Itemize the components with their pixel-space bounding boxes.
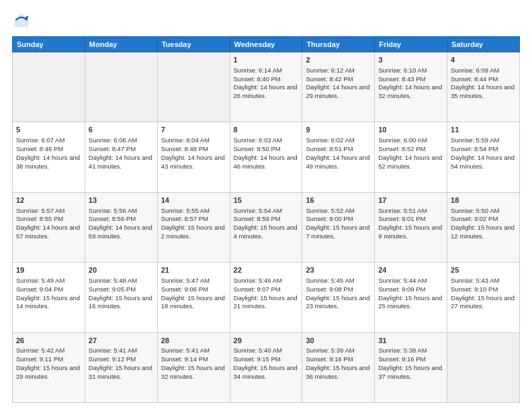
day-number: 2 xyxy=(306,55,371,65)
day-number: 31 xyxy=(378,336,443,346)
calendar-cell: 25Sunrise: 5:43 AMSunset: 9:10 PMDayligh… xyxy=(447,263,520,332)
day-number: 13 xyxy=(89,195,154,205)
calendar-week-2: 5Sunrise: 6:07 AMSunset: 8:46 PMDaylight… xyxy=(13,122,520,192)
day-number: 6 xyxy=(89,125,154,135)
calendar-cell: 16Sunrise: 5:52 AMSunset: 9:00 PMDayligh… xyxy=(302,192,375,262)
day-info: Sunrise: 6:02 AM xyxy=(306,136,371,145)
day-info: Sunset: 8:54 PM xyxy=(451,145,516,154)
day-info: Sunrise: 5:56 AM xyxy=(89,207,154,216)
day-info: Daylight: 14 hours and 35 minutes. xyxy=(451,83,516,101)
day-info: Sunrise: 6:12 AM xyxy=(306,66,371,75)
day-info: Daylight: 15 hours and 12 minutes. xyxy=(451,224,516,241)
day-info: Sunrise: 5:54 AM xyxy=(234,207,299,216)
day-info: Daylight: 15 hours and 9 minutes. xyxy=(378,224,443,241)
day-number: 24 xyxy=(378,265,443,275)
day-number: 25 xyxy=(451,265,516,275)
day-number: 14 xyxy=(161,195,226,205)
calendar-cell: 19Sunrise: 5:49 AMSunset: 9:04 PMDayligh… xyxy=(13,263,85,332)
day-info: Daylight: 15 hours and 36 minutes. xyxy=(306,364,371,381)
calendar-cell: 5Sunrise: 6:07 AMSunset: 8:46 PMDaylight… xyxy=(13,122,85,192)
calendar-week-3: 12Sunrise: 5:57 AMSunset: 8:55 PMDayligh… xyxy=(13,192,520,262)
day-info: Sunset: 8:40 PM xyxy=(234,75,299,84)
day-info: Sunrise: 5:44 AM xyxy=(378,277,443,285)
calendar-cell: 4Sunrise: 6:09 AMSunset: 8:44 PMDaylight… xyxy=(447,52,520,122)
day-info: Sunrise: 5:47 AM xyxy=(161,277,226,285)
day-info: Sunrise: 6:09 AM xyxy=(451,66,516,75)
day-info: Sunrise: 5:40 AM xyxy=(234,347,299,355)
calendar-cell: 20Sunrise: 5:48 AMSunset: 9:05 PMDayligh… xyxy=(85,263,157,332)
day-info: Sunset: 9:04 PM xyxy=(16,285,81,294)
day-number: 28 xyxy=(161,336,226,346)
day-header-monday: Monday xyxy=(85,37,157,52)
day-info: Daylight: 14 hours and 43 minutes. xyxy=(161,154,226,171)
day-info: Sunrise: 5:46 AM xyxy=(234,277,299,285)
day-info: Daylight: 15 hours and 4 minutes. xyxy=(234,224,299,241)
day-info: Sunset: 9:11 PM xyxy=(16,355,81,364)
day-info: Sunrise: 5:55 AM xyxy=(161,207,226,216)
day-info: Daylight: 14 hours and 54 minutes. xyxy=(451,154,516,171)
day-number: 9 xyxy=(306,125,371,135)
day-info: Daylight: 14 hours and 52 minutes. xyxy=(378,154,443,171)
calendar-cell: 14Sunrise: 5:55 AMSunset: 8:57 PMDayligh… xyxy=(157,192,230,262)
day-info: Daylight: 14 hours and 49 minutes. xyxy=(306,154,371,171)
calendar-cell: 23Sunrise: 5:45 AMSunset: 9:08 PMDayligh… xyxy=(302,263,375,332)
day-info: Daylight: 14 hours and 57 minutes. xyxy=(16,224,81,241)
day-info: Sunrise: 5:59 AM xyxy=(451,136,516,145)
calendar-cell: 12Sunrise: 5:57 AMSunset: 8:55 PMDayligh… xyxy=(13,192,85,262)
day-info: Sunrise: 5:38 AM xyxy=(378,347,443,355)
day-info: Sunset: 9:06 PM xyxy=(161,285,226,294)
day-info: Sunrise: 5:49 AM xyxy=(16,277,81,285)
day-info: Sunset: 8:51 PM xyxy=(306,145,371,154)
day-number: 16 xyxy=(306,195,371,205)
day-header-wednesday: Wednesday xyxy=(230,37,302,52)
day-header-tuesday: Tuesday xyxy=(157,37,230,52)
day-info: Sunset: 8:44 PM xyxy=(451,75,516,84)
day-header-friday: Friday xyxy=(375,37,447,52)
calendar-cell: 22Sunrise: 5:46 AMSunset: 9:07 PMDayligh… xyxy=(230,263,302,332)
day-number: 10 xyxy=(378,125,443,135)
day-info: Sunset: 8:46 PM xyxy=(16,145,81,154)
page: SundayMondayTuesdayWednesdayThursdayFrid… xyxy=(0,0,532,411)
day-number: 5 xyxy=(16,125,81,135)
day-number: 18 xyxy=(451,195,516,205)
calendar-header-row: SundayMondayTuesdayWednesdayThursdayFrid… xyxy=(13,37,520,52)
day-info: Sunset: 9:08 PM xyxy=(306,285,371,294)
day-number: 22 xyxy=(234,265,299,275)
day-info: Daylight: 15 hours and 25 minutes. xyxy=(378,294,443,312)
calendar-cell: 3Sunrise: 6:10 AMSunset: 8:43 PMDaylight… xyxy=(375,52,447,122)
day-info: Sunset: 9:01 PM xyxy=(378,215,443,224)
day-header-saturday: Saturday xyxy=(447,37,520,52)
header xyxy=(12,11,520,30)
day-number: 26 xyxy=(16,336,81,346)
calendar-table: SundayMondayTuesdayWednesdayThursdayFrid… xyxy=(12,36,520,403)
calendar-cell: 17Sunrise: 5:51 AMSunset: 9:01 PMDayligh… xyxy=(375,192,447,262)
day-info: Daylight: 15 hours and 27 minutes. xyxy=(451,294,516,312)
day-number: 11 xyxy=(451,125,516,135)
day-info: Daylight: 15 hours and 7 minutes. xyxy=(306,224,371,241)
day-info: Sunrise: 6:04 AM xyxy=(161,136,226,145)
calendar-cell: 6Sunrise: 6:06 AMSunset: 8:47 PMDaylight… xyxy=(85,122,157,192)
day-number: 12 xyxy=(16,195,81,205)
calendar-cell: 11Sunrise: 5:59 AMSunset: 8:54 PMDayligh… xyxy=(447,122,520,192)
day-info: Sunrise: 5:45 AM xyxy=(306,277,371,285)
day-info: Sunset: 9:02 PM xyxy=(451,215,516,224)
calendar-week-5: 26Sunrise: 5:42 AMSunset: 9:11 PMDayligh… xyxy=(13,332,520,402)
day-info: Daylight: 15 hours and 2 minutes. xyxy=(161,224,226,241)
day-info: Sunset: 8:42 PM xyxy=(306,75,371,84)
day-number: 15 xyxy=(234,195,299,205)
day-info: Sunset: 8:43 PM xyxy=(378,75,443,84)
day-info: Sunrise: 5:41 AM xyxy=(89,347,154,355)
day-info: Sunset: 8:56 PM xyxy=(89,215,154,224)
day-info: Daylight: 15 hours and 31 minutes. xyxy=(89,364,154,381)
day-info: Sunrise: 6:07 AM xyxy=(16,136,81,145)
day-info: Sunrise: 5:41 AM xyxy=(161,347,226,355)
day-number: 17 xyxy=(378,195,443,205)
calendar-cell xyxy=(13,52,85,122)
day-number: 8 xyxy=(234,125,299,135)
day-info: Sunset: 8:48 PM xyxy=(161,145,226,154)
day-info: Sunset: 9:05 PM xyxy=(89,285,154,294)
day-info: Sunrise: 5:52 AM xyxy=(306,207,371,216)
day-info: Sunrise: 6:06 AM xyxy=(89,136,154,145)
day-info: Sunset: 9:16 PM xyxy=(378,355,443,364)
calendar-cell: 10Sunrise: 6:00 AMSunset: 8:52 PMDayligh… xyxy=(375,122,447,192)
